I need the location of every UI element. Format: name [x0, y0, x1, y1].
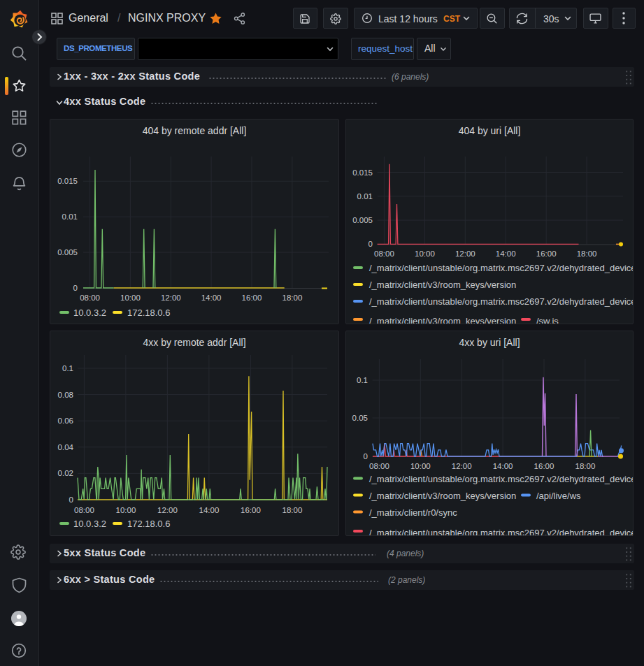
- svg-text:0.005: 0.005: [57, 248, 78, 256]
- svg-text:16:00: 16:00: [534, 462, 554, 470]
- svg-text:/_matrix/client/unstable/org.m: /_matrix/client/unstable/org.matrix.msc2…: [369, 296, 636, 307]
- svg-text:0.08: 0.08: [58, 391, 73, 399]
- svg-text:/api/live/ws: /api/live/ws: [536, 491, 581, 501]
- svg-text:0.01: 0.01: [357, 192, 373, 201]
- svg-text:12:00: 12:00: [157, 506, 178, 514]
- svg-text:18:00: 18:00: [575, 462, 596, 470]
- svg-text:14:00: 14:00: [201, 294, 222, 302]
- svg-text:12:00: 12:00: [455, 249, 475, 258]
- svg-text:0.06: 0.06: [58, 417, 73, 425]
- svg-text:08:00: 08:00: [74, 506, 94, 514]
- svg-text:08:00: 08:00: [369, 462, 389, 470]
- svg-text:08:00: 08:00: [374, 249, 394, 258]
- svg-text:0.1: 0.1: [357, 376, 368, 384]
- svg-text:18:00: 18:00: [282, 294, 303, 302]
- svg-text:16:00: 16:00: [242, 294, 262, 302]
- svg-text:0: 0: [73, 284, 78, 292]
- svg-text:0.1: 0.1: [62, 364, 73, 372]
- svg-text:18:00: 18:00: [282, 506, 303, 514]
- svg-text:18:00: 18:00: [577, 249, 597, 258]
- svg-text:12:00: 12:00: [452, 462, 472, 470]
- svg-text:/_matrix/client/v3/room_keys/v: /_matrix/client/v3/room_keys/version: [369, 316, 516, 326]
- svg-text:172.18.0.6: 172.18.0.6: [127, 519, 170, 529]
- svg-text:404 by remote addr [All]: 404 by remote addr [All]: [143, 125, 247, 136]
- svg-text:14:00: 14:00: [493, 462, 513, 470]
- svg-text:172.18.0.6: 172.18.0.6: [127, 307, 170, 318]
- svg-text:16:00: 16:00: [536, 249, 557, 258]
- svg-text:08:00: 08:00: [80, 294, 100, 302]
- svg-text:/_matrix/client/unstable/org.m: /_matrix/client/unstable/org.matrix.msc2…: [369, 474, 636, 484]
- svg-text:0: 0: [69, 495, 73, 504]
- svg-text:0.02: 0.02: [58, 469, 73, 477]
- svg-text:/_matrix/client/v3/room_keys/v: /_matrix/client/v3/room_keys/version: [369, 280, 516, 290]
- svg-text:16:00: 16:00: [241, 506, 261, 514]
- svg-text:0: 0: [364, 452, 368, 461]
- svg-text:0.04: 0.04: [58, 443, 74, 451]
- svg-text:4xx by remote addr [All]: 4xx by remote addr [All]: [143, 337, 245, 348]
- svg-text:14:00: 14:00: [496, 249, 516, 258]
- svg-text:/_matrix/client/r0/sync: /_matrix/client/r0/sync: [369, 507, 457, 518]
- svg-text:10:00: 10:00: [410, 462, 431, 470]
- svg-text:10:00: 10:00: [120, 294, 141, 302]
- svg-text:/_matrix/client/unstable/org.m: /_matrix/client/unstable/org.matrix.msc2…: [369, 263, 636, 273]
- svg-text:10:00: 10:00: [415, 249, 435, 258]
- svg-text:12:00: 12:00: [161, 294, 181, 302]
- svg-text:0.015: 0.015: [57, 177, 78, 185]
- svg-text:0: 0: [368, 240, 373, 248]
- svg-text:/_matrix/client/v3/room_keys/v: /_matrix/client/v3/room_keys/version: [369, 491, 516, 501]
- svg-text:10.0.3.2: 10.0.3.2: [73, 307, 106, 318]
- svg-text:/_matrix/client/unstable/org.m: /_matrix/client/unstable/org.matrix.msc2…: [369, 528, 636, 538]
- svg-text:/sw.js: /sw.js: [536, 316, 559, 326]
- svg-text:14:00: 14:00: [199, 506, 220, 514]
- svg-text:4xx by uri [All]: 4xx by uri [All]: [459, 337, 520, 348]
- svg-text:10.0.3.2: 10.0.3.2: [73, 519, 106, 529]
- svg-text:0.05: 0.05: [352, 414, 368, 422]
- svg-text:404 by uri [All]: 404 by uri [All]: [459, 125, 521, 136]
- svg-text:10:00: 10:00: [116, 506, 136, 514]
- svg-text:0.01: 0.01: [62, 212, 78, 221]
- svg-text:0.015: 0.015: [352, 168, 373, 177]
- svg-text:0.005: 0.005: [352, 216, 373, 224]
